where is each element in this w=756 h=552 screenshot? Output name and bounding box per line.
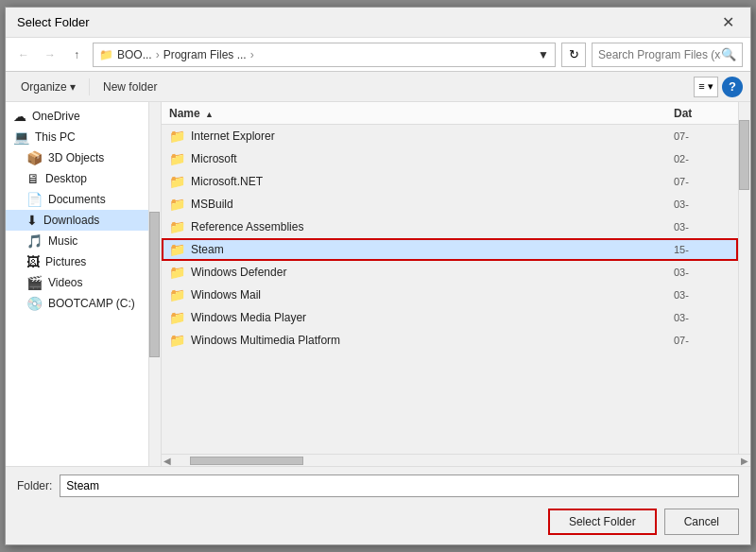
sidebar-item-this-pc[interactable]: 💻This PC — [6, 127, 161, 147]
h-scroll-left[interactable]: ◀ — [163, 456, 171, 466]
file-item-name: Windows Media Player — [191, 311, 668, 324]
search-input[interactable] — [598, 48, 721, 61]
view-button[interactable]: ≡ ▾ — [694, 77, 718, 97]
sidebar-icon-desktop: 🖥 — [26, 171, 40, 186]
sidebar-item-onedrive[interactable]: ☁OneDrive — [6, 106, 161, 127]
sidebar-icon-documents: 📄 — [26, 192, 43, 207]
file-item-date: 03- — [674, 267, 730, 278]
folder-icon: 📁 — [169, 310, 185, 325]
folder-label: Folder: — [17, 479, 52, 492]
sidebar-icon-onedrive: ☁ — [13, 109, 26, 124]
path-separator-1: › — [156, 48, 160, 61]
file-item[interactable]: 📁 MSBuild 03- — [162, 193, 738, 216]
file-item-date: 03- — [674, 289, 730, 301]
toolbar-divider — [89, 78, 90, 95]
sidebar-item-pictures[interactable]: 🖼Pictures — [6, 251, 161, 272]
file-list-container: Name ▲ Dat 📁 Internet Explorer 07- 📁 Mic… — [162, 102, 738, 454]
sidebar: ☁OneDrive💻This PC📦3D Objects🖥Desktop📄Doc… — [6, 102, 162, 466]
file-item-name: Internet Explorer — [191, 129, 668, 143]
forward-button[interactable]: → — [40, 44, 60, 65]
close-button[interactable]: ✕ — [716, 11, 739, 34]
file-item-name: Reference Assemblies — [191, 220, 668, 233]
file-items-list: 📁 Internet Explorer 07- 📁 Microsoft 02- … — [162, 125, 738, 352]
folder-icon: 📁 — [169, 242, 185, 257]
file-item[interactable]: 📁 Windows Media Player 03- — [162, 306, 738, 329]
file-item[interactable]: 📁 Internet Explorer 07- — [162, 125, 738, 147]
select-folder-button[interactable]: Select Folder — [548, 509, 657, 535]
sidebar-scrollbar-thumb[interactable] — [149, 212, 160, 357]
file-list-header: Name ▲ Dat — [162, 102, 738, 125]
sidebar-label-documents: Documents — [48, 193, 106, 206]
h-scrollbar-thumb[interactable] — [190, 457, 303, 465]
refresh-button[interactable]: ↻ — [561, 43, 586, 67]
up-button[interactable]: ↑ — [66, 44, 87, 65]
back-button[interactable]: ← — [13, 44, 34, 65]
h-scroll-right[interactable]: ▶ — [741, 456, 748, 466]
sidebar-item-music[interactable]: 🎵Music — [6, 231, 161, 251]
file-pane-scrollbar-thumb[interactable] — [739, 120, 749, 190]
address-path[interactable]: 📁 BOO... › Program Files ... › ▼ — [93, 43, 556, 67]
sidebar-label-bootcamp: BOOTCAMP (C:) — [48, 297, 135, 310]
folder-icon: 📁 — [169, 219, 185, 234]
sidebar-icon-music: 🎵 — [26, 233, 43, 249]
folder-input[interactable] — [60, 474, 739, 497]
sidebar-icon-bootcamp: 💿 — [26, 296, 43, 311]
sidebar-label-downloads: Downloads — [43, 214, 99, 227]
path-separator-2: › — [250, 48, 254, 61]
buttons-row: Select Folder Cancel — [6, 505, 750, 544]
sidebar-item-bootcamp[interactable]: 💿BOOTCAMP (C:) — [6, 293, 161, 314]
file-item[interactable]: 📁 Microsoft 02- — [162, 147, 738, 170]
file-item[interactable]: 📁 Windows Defender 03- — [162, 261, 738, 284]
file-item-date: 15- — [674, 244, 730, 255]
address-bar: ← → ↑ 📁 BOO... › Program Files ... › ▼ ↻… — [6, 38, 750, 72]
path-part-1: BOO... — [117, 48, 152, 61]
help-button[interactable]: ? — [722, 77, 743, 97]
file-item-date: 03- — [674, 312, 730, 323]
folder-icon: 📁 — [169, 287, 185, 302]
sidebar-label-videos: Videos — [48, 276, 82, 289]
column-date-header: Dat — [674, 107, 730, 120]
sidebar-icon-videos: 🎬 — [26, 275, 43, 290]
sidebar-label-music: Music — [48, 234, 77, 248]
organize-button[interactable]: Organize ▾ — [13, 78, 83, 95]
file-item[interactable]: 📁 Reference Assemblies 03- — [162, 216, 738, 238]
file-item[interactable]: 📁 Windows Mail 03- — [162, 284, 738, 306]
file-item-name: Windows Multimedia Platform — [191, 334, 668, 347]
toolbar-right: ≡ ▾ ? — [694, 77, 743, 97]
folder-icon: 📁 — [169, 129, 185, 144]
toolbar-left: Organize ▾ New folder — [13, 78, 164, 95]
sidebar-item-3d-objects[interactable]: 📦3D Objects — [6, 147, 161, 168]
sidebar-item-downloads[interactable]: ⬇Downloads — [6, 210, 161, 231]
sidebar-icon-pictures: 🖼 — [26, 254, 40, 269]
file-item[interactable]: 📁 Steam 15- — [162, 238, 738, 261]
sidebar-item-documents[interactable]: 📄Documents — [6, 189, 161, 210]
sidebar-item-desktop[interactable]: 🖥Desktop — [6, 168, 161, 189]
folder-icon: 📁 — [169, 174, 185, 189]
folder-icon: 📁 — [169, 333, 185, 348]
main-content: ☁OneDrive💻This PC📦3D Objects🖥Desktop📄Doc… — [6, 102, 750, 466]
sort-arrow: ▲ — [205, 110, 214, 119]
sidebar-item-videos[interactable]: 🎬Videos — [6, 272, 161, 293]
file-item-date: 07- — [674, 176, 730, 187]
file-item-date: 03- — [674, 198, 730, 210]
title-bar: Select Folder ✕ — [6, 8, 750, 38]
folder-input-row: Folder: — [6, 467, 750, 505]
file-item[interactable]: 📁 Windows Multimedia Platform 07- — [162, 329, 738, 352]
file-item[interactable]: 📁 Microsoft.NET 07- — [162, 170, 738, 193]
sidebar-label-pictures: Pictures — [45, 255, 86, 268]
sidebar-scrollbar[interactable] — [148, 102, 161, 466]
column-name-header: Name ▲ — [169, 107, 674, 120]
new-folder-button[interactable]: New folder — [95, 78, 164, 95]
file-item-name: Microsoft.NET — [191, 175, 668, 188]
file-item-date: 07- — [674, 130, 730, 142]
bottom-area: Folder: Select Folder Cancel — [6, 466, 750, 544]
cancel-button[interactable]: Cancel — [664, 509, 739, 535]
sidebar-label-3d-objects: 3D Objects — [48, 151, 104, 164]
file-item-name: Microsoft — [191, 152, 668, 165]
folder-icon: 📁 — [169, 265, 185, 280]
file-pane-scrollbar[interactable] — [738, 102, 750, 454]
file-item-name: Windows Mail — [191, 288, 668, 302]
sidebar-label-desktop: Desktop — [45, 172, 87, 185]
h-scrollbar[interactable]: ◀ ▶ — [162, 454, 750, 466]
file-item-date: 02- — [674, 153, 730, 164]
